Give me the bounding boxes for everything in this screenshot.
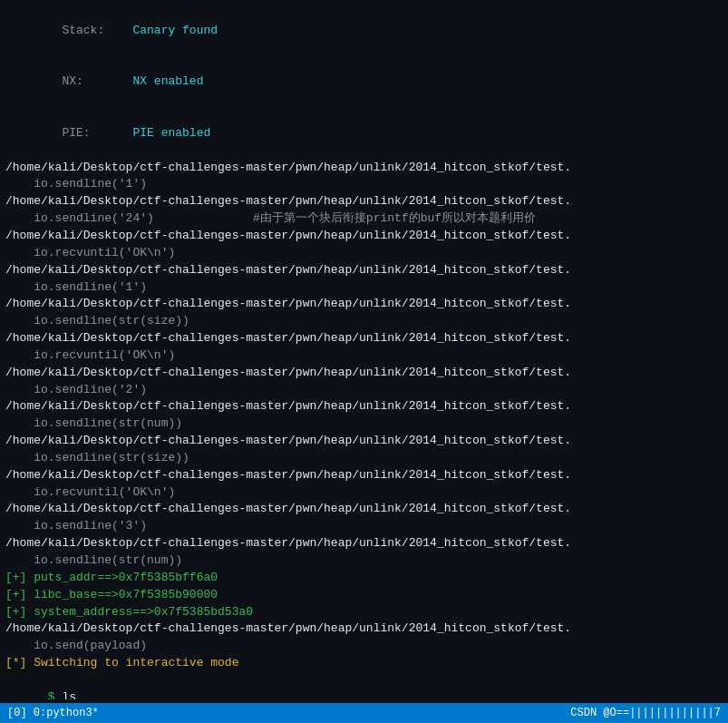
line-libc-base: [+] libc_base==>0x7f5385b90000 [5, 587, 723, 604]
line-code-10: io.recvuntil('OK\n') [5, 484, 723, 502]
status-tab[interactable]: [0] 0:python3* [7, 707, 99, 719]
line-path-1: /home/kali/Desktop/ctf-challenges-master… [5, 160, 723, 177]
line-code-12: io.sendline(str(num)) [5, 552, 723, 570]
line-code-9: io.sendline(str(size)) [5, 450, 723, 467]
line-code-4: io.sendline('1') [5, 279, 723, 297]
line-code-7: io.sendline('2') [5, 382, 723, 399]
line-ls-prompt: $ ls [5, 672, 723, 699]
line-code-5: io.sendline(str(size)) [5, 313, 723, 330]
line-code-11: io.sendline('3') [5, 518, 723, 535]
line-path-9: /home/kali/Desktop/ctf-challenges-master… [5, 433, 723, 450]
line-path-10: /home/kali/Desktop/ctf-challenges-master… [5, 467, 723, 484]
line-path-8: /home/kali/Desktop/ctf-challenges-master… [5, 398, 723, 415]
line-code-1: io.sendline('1') [5, 176, 723, 193]
status-watermark: CSDN @O==|||||||||||||7 [570, 707, 721, 719]
line-code-6: io.recvuntil('OK\n') [5, 347, 723, 365]
line-path-11: /home/kali/Desktop/ctf-challenges-master… [5, 501, 723, 518]
line-path-5: /home/kali/Desktop/ctf-challenges-master… [5, 296, 723, 313]
line-path-2: /home/kali/Desktop/ctf-challenges-master… [5, 193, 723, 210]
line-puts-addr: [+] puts_addr==>0x7f5385bff6a0 [5, 570, 723, 587]
line-system-addr: [+] system_address==>0x7f5385bd53a0 [5, 604, 723, 621]
line-path-3: /home/kali/Desktop/ctf-challenges-master… [5, 228, 723, 245]
line-path-7: /home/kali/Desktop/ctf-challenges-master… [5, 365, 723, 382]
line-path-6: /home/kali/Desktop/ctf-challenges-master… [5, 330, 723, 347]
line-code-8: io.sendline(str(num)) [5, 415, 723, 433]
line-stack: Stack: Canary found [5, 5, 723, 57]
line-code-13: io.send(payload) [5, 638, 723, 655]
terminal-content: Stack: Canary found NX: NX enabled PIE: … [0, 4, 728, 699]
status-left: [0] 0:python3* [7, 707, 99, 719]
line-path-13: /home/kali/Desktop/ctf-challenges-master… [5, 620, 723, 638]
status-right: CSDN @O==|||||||||||||7 [570, 707, 721, 719]
line-code-2: io.sendline('24') #由于第一个块后衔接printf的buf所以… [5, 210, 723, 228]
line-nx: NX: NX enabled [5, 57, 723, 109]
line-code-3: io.recvuntil('OK\n') [5, 245, 723, 262]
line-interactive: [*] Switching to interactive mode [5, 655, 723, 672]
line-pie: PIE: PIE enabled [5, 108, 723, 160]
line-path-4: /home/kali/Desktop/ctf-challenges-master… [5, 262, 723, 279]
line-path-12: /home/kali/Desktop/ctf-challenges-master… [5, 535, 723, 552]
status-bar: [0] 0:python3* CSDN @O==|||||||||||||7 [0, 703, 728, 723]
terminal: Stack: Canary found NX: NX enabled PIE: … [0, 0, 728, 703]
